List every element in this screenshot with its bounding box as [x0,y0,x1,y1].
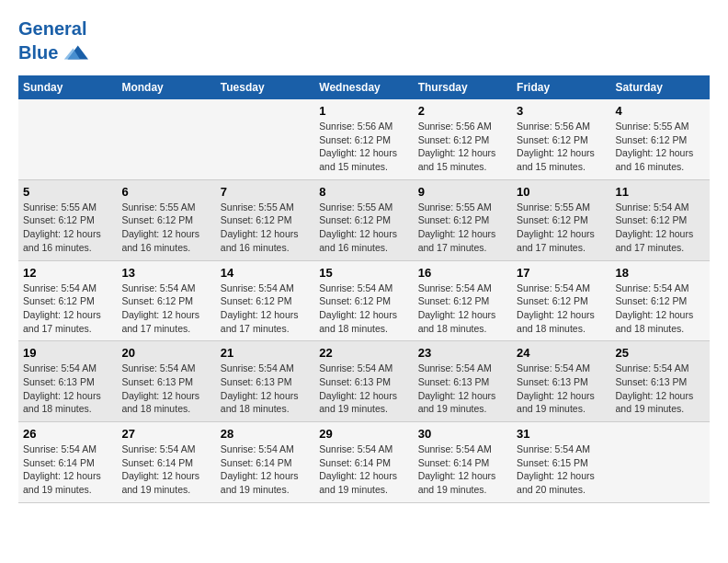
calendar-cell: 12Sunrise: 5:54 AM Sunset: 6:12 PM Dayli… [18,260,117,341]
day-number: 2 [418,104,507,118]
day-number: 4 [616,104,705,118]
calendar-cell: 14Sunrise: 5:54 AM Sunset: 6:12 PM Dayli… [216,260,314,341]
calendar-cell: 20Sunrise: 5:54 AM Sunset: 6:13 PM Dayli… [117,341,215,422]
calendar-body: 1Sunrise: 5:56 AM Sunset: 6:12 PM Daylig… [18,99,710,502]
day-info: Sunrise: 5:56 AM Sunset: 6:12 PM Dayligh… [517,120,606,174]
day-info: Sunrise: 5:54 AM Sunset: 6:12 PM Dayligh… [121,282,210,336]
day-number: 9 [418,185,507,199]
calendar-cell: 7Sunrise: 5:55 AM Sunset: 6:12 PM Daylig… [216,179,314,260]
weekday-row: SundayMondayTuesdayWednesdayThursdayFrid… [18,75,710,99]
calendar-cell: 29Sunrise: 5:54 AM Sunset: 6:14 PM Dayli… [314,422,413,503]
weekday-header: Friday [512,75,610,99]
calendar-cell: 25Sunrise: 5:54 AM Sunset: 6:13 PM Dayli… [611,341,710,422]
calendar-header: SundayMondayTuesdayWednesdayThursdayFrid… [18,75,710,99]
day-info: Sunrise: 5:55 AM Sunset: 6:12 PM Dayligh… [319,201,408,255]
weekday-header: Tuesday [216,75,314,99]
day-info: Sunrise: 5:54 AM Sunset: 6:13 PM Dayligh… [517,362,606,416]
day-info: Sunrise: 5:54 AM Sunset: 6:12 PM Dayligh… [616,282,705,336]
day-info: Sunrise: 5:54 AM Sunset: 6:13 PM Dayligh… [221,362,310,416]
day-info: Sunrise: 5:54 AM Sunset: 6:12 PM Dayligh… [418,282,507,336]
calendar-cell: 3Sunrise: 5:56 AM Sunset: 6:12 PM Daylig… [512,99,610,179]
day-number: 12 [23,266,112,280]
day-number: 25 [616,346,705,360]
logo-text2: Blue [18,42,58,63]
day-info: Sunrise: 5:54 AM Sunset: 6:13 PM Dayligh… [121,362,210,416]
day-number: 15 [319,266,408,280]
day-number: 10 [517,185,606,199]
day-info: Sunrise: 5:54 AM Sunset: 6:14 PM Dayligh… [418,442,507,497]
calendar-cell: 19Sunrise: 5:54 AM Sunset: 6:13 PM Dayli… [18,341,117,422]
day-info: Sunrise: 5:54 AM Sunset: 6:14 PM Dayligh… [121,442,210,497]
day-number: 31 [517,427,606,441]
day-info: Sunrise: 5:55 AM Sunset: 6:12 PM Dayligh… [121,201,210,255]
calendar-cell: 21Sunrise: 5:54 AM Sunset: 6:13 PM Dayli… [216,341,314,422]
calendar-cell [611,422,710,503]
weekday-header: Monday [117,75,215,99]
day-number: 23 [418,346,507,360]
day-number: 3 [517,104,606,118]
day-info: Sunrise: 5:55 AM Sunset: 6:12 PM Dayligh… [616,120,705,174]
day-info: Sunrise: 5:56 AM Sunset: 6:12 PM Dayligh… [418,120,507,174]
day-info: Sunrise: 5:54 AM Sunset: 6:15 PM Dayligh… [517,442,606,497]
calendar-cell: 2Sunrise: 5:56 AM Sunset: 6:12 PM Daylig… [414,99,512,179]
calendar-cell: 27Sunrise: 5:54 AM Sunset: 6:14 PM Dayli… [117,422,215,503]
day-info: Sunrise: 5:55 AM Sunset: 6:12 PM Dayligh… [23,201,112,255]
page-header: General Blue [18,18,710,66]
calendar-table: SundayMondayTuesdayWednesdayThursdayFrid… [18,75,710,503]
calendar-cell: 24Sunrise: 5:54 AM Sunset: 6:13 PM Dayli… [512,341,610,422]
day-number: 17 [517,266,606,280]
logo-icon [61,39,88,66]
day-number: 20 [121,346,210,360]
calendar-cell: 16Sunrise: 5:54 AM Sunset: 6:12 PM Dayli… [414,260,512,341]
calendar-cell [216,99,314,179]
calendar-cell: 9Sunrise: 5:55 AM Sunset: 6:12 PM Daylig… [414,179,512,260]
calendar-row: 1Sunrise: 5:56 AM Sunset: 6:12 PM Daylig… [18,99,710,179]
calendar-cell [18,99,117,179]
calendar-row: 12Sunrise: 5:54 AM Sunset: 6:12 PM Dayli… [18,260,710,341]
day-info: Sunrise: 5:54 AM Sunset: 6:12 PM Dayligh… [616,201,705,255]
logo-text: General [18,18,88,39]
calendar-row: 19Sunrise: 5:54 AM Sunset: 6:13 PM Dayli… [18,341,710,422]
calendar-cell: 11Sunrise: 5:54 AM Sunset: 6:12 PM Dayli… [611,179,710,260]
calendar-cell [117,99,215,179]
day-info: Sunrise: 5:54 AM Sunset: 6:14 PM Dayligh… [221,442,310,497]
day-number: 5 [23,185,112,199]
weekday-header: Wednesday [314,75,413,99]
weekday-header: Thursday [414,75,512,99]
day-info: Sunrise: 5:54 AM Sunset: 6:14 PM Dayligh… [23,442,112,497]
day-info: Sunrise: 5:54 AM Sunset: 6:12 PM Dayligh… [23,282,112,336]
day-number: 19 [23,346,112,360]
calendar-cell: 1Sunrise: 5:56 AM Sunset: 6:12 PM Daylig… [314,99,413,179]
day-number: 27 [121,427,210,441]
logo: General Blue [18,18,88,66]
day-number: 16 [418,266,507,280]
day-info: Sunrise: 5:54 AM Sunset: 6:12 PM Dayligh… [517,282,606,336]
day-info: Sunrise: 5:54 AM Sunset: 6:13 PM Dayligh… [319,362,408,416]
day-info: Sunrise: 5:54 AM Sunset: 6:12 PM Dayligh… [319,282,408,336]
calendar-cell: 8Sunrise: 5:55 AM Sunset: 6:12 PM Daylig… [314,179,413,260]
day-info: Sunrise: 5:55 AM Sunset: 6:12 PM Dayligh… [517,201,606,255]
day-number: 28 [221,427,310,441]
day-info: Sunrise: 5:54 AM Sunset: 6:13 PM Dayligh… [616,362,705,416]
calendar-cell: 18Sunrise: 5:54 AM Sunset: 6:12 PM Dayli… [611,260,710,341]
day-number: 18 [616,266,705,280]
day-info: Sunrise: 5:54 AM Sunset: 6:12 PM Dayligh… [221,282,310,336]
calendar-cell: 30Sunrise: 5:54 AM Sunset: 6:14 PM Dayli… [414,422,512,503]
calendar-cell: 23Sunrise: 5:54 AM Sunset: 6:13 PM Dayli… [414,341,512,422]
day-number: 1 [319,104,408,118]
calendar-cell: 26Sunrise: 5:54 AM Sunset: 6:14 PM Dayli… [18,422,117,503]
calendar-cell: 5Sunrise: 5:55 AM Sunset: 6:12 PM Daylig… [18,179,117,260]
day-number: 21 [221,346,310,360]
day-info: Sunrise: 5:56 AM Sunset: 6:12 PM Dayligh… [319,120,408,174]
day-info: Sunrise: 5:54 AM Sunset: 6:13 PM Dayligh… [418,362,507,416]
day-number: 29 [319,427,408,441]
calendar-cell: 10Sunrise: 5:55 AM Sunset: 6:12 PM Dayli… [512,179,610,260]
day-number: 26 [23,427,112,441]
calendar-cell: 28Sunrise: 5:54 AM Sunset: 6:14 PM Dayli… [216,422,314,503]
day-info: Sunrise: 5:55 AM Sunset: 6:12 PM Dayligh… [418,201,507,255]
weekday-header: Saturday [611,75,710,99]
calendar-cell: 31Sunrise: 5:54 AM Sunset: 6:15 PM Dayli… [512,422,610,503]
day-number: 8 [319,185,408,199]
day-number: 14 [221,266,310,280]
day-number: 30 [418,427,507,441]
